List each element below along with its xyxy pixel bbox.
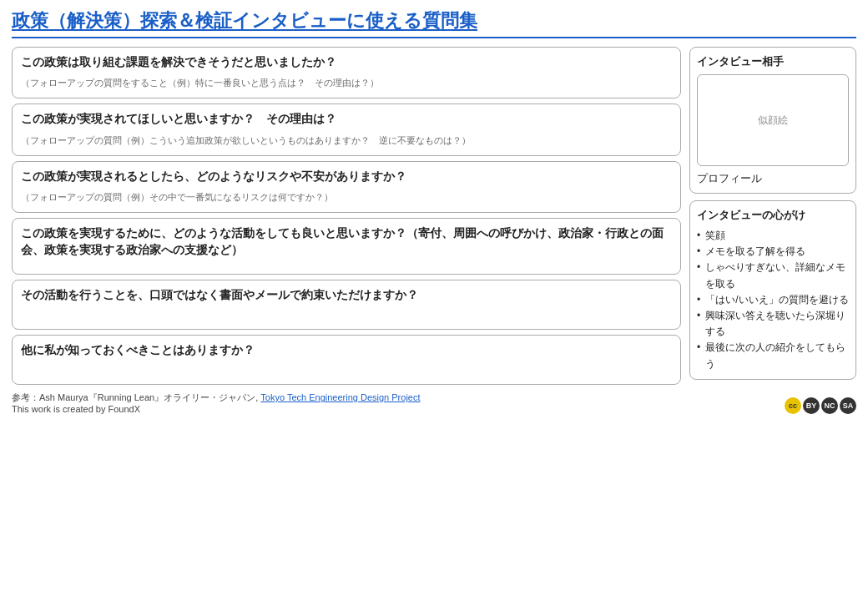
question-followup-1: （フォローアップの質問をすること（例）特に一番良いと思う点は？ その理由は？） <box>21 78 672 89</box>
tip-item-1: 笑顔 <box>697 228 849 244</box>
avatar-box: 似顔絵 <box>697 74 849 166</box>
footer-link[interactable]: Tokyo Tech Engineering Design Project <box>260 392 420 402</box>
question-card-2: この政策が実現されてほしいと思いますか？ その理由は？（フォローアップの質問（例… <box>12 104 681 155</box>
tips-title: インタビューの心がけ <box>697 208 849 223</box>
tip-item-2: メモを取る了解を得る <box>697 244 849 260</box>
reference-text: 参考：Ash Maurya『Running Lean』オライリー・ジャパン, <box>12 392 260 402</box>
right-column: インタビュー相手 似顔絵 プロフィール インタビューの心がけ 笑顔メモを取る了解… <box>689 47 856 385</box>
credit-text: This work is created by FoundX <box>12 404 140 414</box>
cc-icon: cc <box>785 397 801 414</box>
tip-item-3: しゃべりすぎない、詳細なメモを取る <box>697 260 849 291</box>
question-card-6: 他に私が知っておくべきことはありますか？ <box>12 335 681 385</box>
main-layout: この政策は取り組む課題を解決できそうだと思いましたか？（フォローアップの質問をす… <box>12 47 856 385</box>
tips-list: 笑顔メモを取る了解を得るしゃべりすぎない、詳細なメモを取る「はい/いいえ」の質問… <box>697 228 849 372</box>
question-main-5: その活動を行うことを、口頭ではなく書面やメールで約束いただけますか？ <box>21 287 672 304</box>
left-column: この政策は取り組む課題を解決できそうだと思いましたか？（フォローアップの質問をす… <box>12 47 681 385</box>
question-card-4: この政策を実現するために、どのような活動をしても良いと思いますか？（寄付、周囲へ… <box>12 218 681 275</box>
question-main-1: この政策は取り組む課題を解決できそうだと思いましたか？ <box>21 54 672 71</box>
cc-icon-group: cc BY NC SA <box>785 397 856 414</box>
question-card-1: この政策は取り組む課題を解決できそうだと思いましたか？（フォローアップの質問をす… <box>12 47 681 98</box>
by-icon: BY <box>803 397 820 414</box>
interviewee-title: インタビュー相手 <box>697 54 849 69</box>
tip-item-5: 興味深い答えを聴いたら深堀りする <box>697 308 849 340</box>
question-main-4: この政策を実現するために、どのような活動をしても良いと思いますか？（寄付、周囲へ… <box>21 225 672 260</box>
question-main-2: この政策が実現されてほしいと思いますか？ その理由は？ <box>21 111 672 128</box>
profile-label: プロフィール <box>697 171 849 186</box>
sa-icon: SA <box>840 397 856 414</box>
tips-box: インタビューの心がけ 笑顔メモを取る了解を得るしゃべりすぎない、詳細なメモを取る… <box>689 200 856 380</box>
question-main-3: この政策が実現されるとしたら、どのようなリスクや不安がありますか？ <box>21 169 672 185</box>
question-card-5: その活動を行うことを、口頭ではなく書面やメールで約束いただけますか？ <box>12 280 681 330</box>
question-followup-2: （フォローアップの質問（例）こういう追加政策が欲しいというものはありますか？ 逆… <box>21 135 672 147</box>
question-followup-3: （フォローアップの質問（例）その中で一番気になるリスクは何ですか？） <box>21 192 672 204</box>
question-main-6: 他に私が知っておくべきことはありますか？ <box>21 342 672 359</box>
nc-icon: NC <box>821 397 838 414</box>
question-card-3: この政策が実現されるとしたら、どのようなリスクや不安がありますか？（フォローアッ… <box>12 161 681 213</box>
tip-item-4: 「はい/いいえ」の質問を避ける <box>697 292 849 308</box>
tip-item-6: 最後に次の人の紹介をしてもらう <box>697 340 849 371</box>
avatar-label: 似顔絵 <box>758 114 788 128</box>
interviewee-box: インタビュー相手 似顔絵 プロフィール <box>689 47 856 194</box>
footer-text: 参考：Ash Maurya『Running Lean』オライリー・ジャパン, T… <box>12 391 421 414</box>
page-title: 政策（解決策）探索＆検証インタビューに使える質問集 <box>12 8 856 38</box>
footer: 参考：Ash Maurya『Running Lean』オライリー・ジャパン, T… <box>12 391 856 414</box>
